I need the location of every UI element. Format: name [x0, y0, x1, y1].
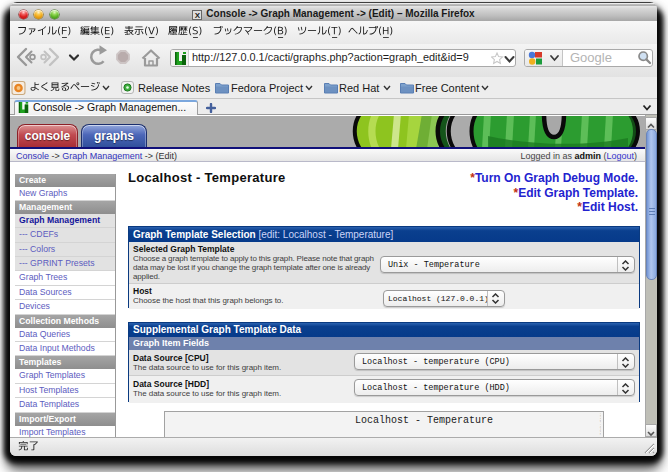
svg-text:RRDTOOL / TOBI OETIKER: RRDTOOL / TOBI OETIKER — [599, 413, 601, 436]
